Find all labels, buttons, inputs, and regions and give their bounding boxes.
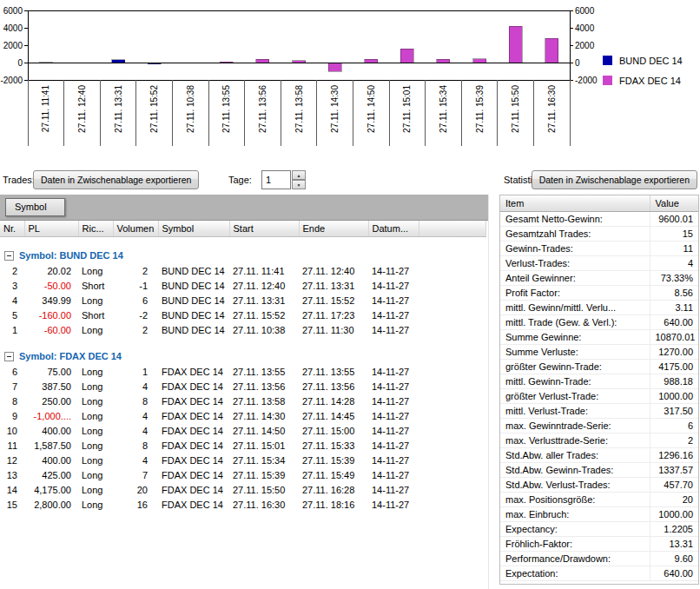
- tage-input[interactable]: [261, 170, 291, 189]
- tage-spinner-down-icon[interactable]: ▼: [292, 180, 306, 189]
- stat-row: Std.Abw. aller Trades:1296.16: [500, 447, 698, 462]
- trades-column-header[interactable]: PL: [24, 221, 78, 236]
- stat-item-label: Gesamtzahl Trades:: [500, 226, 650, 241]
- stat-row: Profit Factor:8.56: [500, 285, 698, 300]
- trades-column-header[interactable]: Nr.: [0, 221, 24, 236]
- trade-cell-nr: 3: [0, 278, 24, 293]
- spacer-row: [0, 236, 486, 248]
- trade-row[interactable]: 152,800.00Long16FDAX DEC 1427.11. 16:302…: [0, 497, 486, 512]
- trade-cell-pl: 400.00: [24, 453, 78, 467]
- stat-item-value: 3.11: [650, 300, 698, 314]
- trades-column-header[interactable]: Start: [229, 221, 299, 236]
- trades-column-header-filler: [419, 221, 486, 236]
- trade-cell-nr: 2: [0, 263, 24, 278]
- trade-cell-filler: [419, 278, 486, 293]
- trade-cell-symbol: FDAX DEC 14: [158, 453, 229, 467]
- trade-cell-nr: 12: [0, 453, 24, 467]
- group-chip-symbol[interactable]: Symbol: [5, 198, 65, 216]
- trade-row[interactable]: 7387.50Long4FDAX DEC 1427.11. 13:5627.11…: [0, 379, 486, 394]
- trade-cell-richtung: Long: [78, 293, 113, 308]
- trades-column-header[interactable]: Symbol: [158, 221, 229, 236]
- trade-row[interactable]: 8250.00Long8FDAX DEC 1427.11. 13:5827.11…: [0, 394, 486, 408]
- trades-column-header[interactable]: Datum...: [368, 221, 419, 236]
- stat-row: mittl. Gewinn/mittl. Verlu...3.11: [500, 300, 698, 314]
- trade-cell-start: 27.11. 13:56: [229, 379, 299, 394]
- trades-column-header[interactable]: Ric...: [78, 221, 113, 236]
- trade-cell-start: 27.11. 15:50: [229, 482, 299, 497]
- stat-item-label: Std.Abw. aller Trades:: [500, 447, 650, 462]
- tage-spinner: ▲ ▼: [292, 170, 306, 189]
- stat-row: Anteil Gewinner:73.33%: [500, 270, 698, 285]
- trade-cell-richtung: Long: [78, 467, 113, 482]
- trade-cell-start: 27.11. 15:01: [229, 438, 299, 453]
- trades-export-button[interactable]: Daten in Zwischenablage exportieren: [33, 170, 199, 189]
- stat-row: Fröhlich-Faktor:13.31: [500, 536, 698, 551]
- trade-row[interactable]: 1-60.00Long2BUND DEC 1427.11. 10:3827.11…: [0, 322, 486, 337]
- stat-row: größter Verlust-Trade:1000.00: [500, 388, 698, 403]
- trade-cell-pl: 387.50: [24, 379, 78, 394]
- stats-column-header[interactable]: Item: [500, 195, 650, 211]
- trade-row[interactable]: 5-160.00Short-2BUND DEC 1427.11. 15:5227…: [0, 308, 486, 322]
- trade-cell-ende: 27.11. 15:39: [299, 453, 368, 467]
- trade-cell-richtung: Long: [78, 263, 113, 278]
- stat-item-label: Performance/Drawdown:: [500, 551, 650, 566]
- group-row[interactable]: Symbol: BUND DEC 14: [0, 248, 486, 263]
- stat-row: Expectancy:1.2205: [500, 521, 698, 536]
- stat-row: Verlust-Trades:4: [500, 255, 698, 270]
- trade-cell-symbol: BUND DEC 14: [158, 263, 229, 278]
- trade-row[interactable]: 144,175.00Long20FDAX DEC 1427.11. 15:502…: [0, 482, 486, 497]
- trade-row[interactable]: 10400.00Long4FDAX DEC 1427.11. 14:5027.1…: [0, 423, 486, 438]
- trade-cell-datum: 14-11-27: [368, 497, 419, 512]
- stat-row: max. Verlusttrade-Serie:2: [500, 433, 698, 447]
- trade-row[interactable]: 9-1,000....Long4FDAX DEC 1427.11. 14:302…: [0, 408, 486, 423]
- trade-row[interactable]: 220.02Long2BUND DEC 1427.11. 11:4127.11.…: [0, 263, 486, 278]
- stat-item-value: 1296.16: [650, 447, 698, 462]
- group-row[interactable]: Symbol: FDAX DEC 14: [0, 348, 486, 364]
- trade-cell-start: 27.11. 15:52: [229, 308, 299, 322]
- trades-column-header[interactable]: Ende: [299, 221, 368, 236]
- trade-cell-richtung: Long: [78, 364, 113, 379]
- trade-cell-richtung: Long: [78, 408, 113, 423]
- stat-row: max. Einbruch:1000.00: [500, 506, 698, 521]
- trade-cell-filler: [419, 423, 486, 438]
- trade-row[interactable]: 12400.00Long4FDAX DEC 1427.11. 15:3427.1…: [0, 453, 486, 467]
- trade-cell-richtung: Short: [78, 278, 113, 293]
- stat-item-label: Profit Factor:: [500, 285, 650, 300]
- trade-row[interactable]: 3-50.00Short-1BUND DEC 1427.11. 12:4027.…: [0, 278, 486, 293]
- trade-cell-filler: [419, 308, 486, 322]
- stat-row: Performance/Drawdown:9.60: [500, 551, 698, 566]
- statistik-export-button[interactable]: Daten in Zwischenablage exportieren: [532, 170, 697, 189]
- trade-cell-richtung: Long: [78, 438, 113, 453]
- stats-column-header[interactable]: Value: [650, 195, 698, 211]
- svg-text:27.11. 15:01: 27.11. 15:01: [402, 85, 412, 133]
- group-by-panel: Symbol: [0, 195, 488, 221]
- trade-cell-pl: 349.99: [24, 293, 78, 308]
- trade-cell-filler: [419, 408, 486, 423]
- legend-item: BUND DEC 14: [603, 50, 683, 70]
- tage-spinner-up-icon[interactable]: ▲: [292, 170, 306, 180]
- group-label: Symbol: BUND DEC 14: [19, 250, 123, 261]
- collapse-minus-icon[interactable]: [4, 352, 14, 361]
- stat-row: Gewinn-Trades:11: [500, 241, 698, 255]
- trade-cell-start: 27.11. 14:50: [229, 423, 299, 438]
- trade-cell-volumen: 1: [113, 364, 158, 379]
- stat-item-label: mittl. Trade (Gew. & Verl.):: [500, 314, 650, 329]
- stat-item-label: Std.Abw. Verlust-Trades:: [500, 477, 650, 492]
- trade-row[interactable]: 13425.00Long7FDAX DEC 1427.11. 15:3927.1…: [0, 467, 486, 482]
- stat-item-value: 2: [650, 433, 698, 447]
- svg-text:27.11. 13:55: 27.11. 13:55: [221, 85, 231, 133]
- trade-cell-symbol: FDAX DEC 14: [158, 497, 229, 512]
- trade-row[interactable]: 675.00Long1FDAX DEC 1427.11. 13:5527.11.…: [0, 364, 486, 379]
- stat-row: Expectation:640.00: [500, 566, 698, 580]
- trade-cell-symbol: BUND DEC 14: [158, 322, 229, 337]
- trade-cell-volumen: -2: [113, 308, 158, 322]
- collapse-minus-icon[interactable]: [4, 251, 14, 261]
- trade-cell-datum: 14-11-27: [368, 394, 419, 408]
- stat-row: Gesamt Netto-Gewinn:9600.01: [500, 211, 698, 226]
- legend-swatch-icon: [603, 56, 612, 65]
- trades-column-header[interactable]: Volumen: [113, 221, 158, 236]
- trade-row[interactable]: 4349.99Long6BUND DEC 1427.11. 13:3127.11…: [0, 293, 486, 308]
- stat-item-value: 13.31: [650, 536, 698, 551]
- trade-row[interactable]: 111,587.50Long8FDAX DEC 1427.11. 15:0127…: [0, 438, 486, 453]
- trade-cell-volumen: 4: [113, 423, 158, 438]
